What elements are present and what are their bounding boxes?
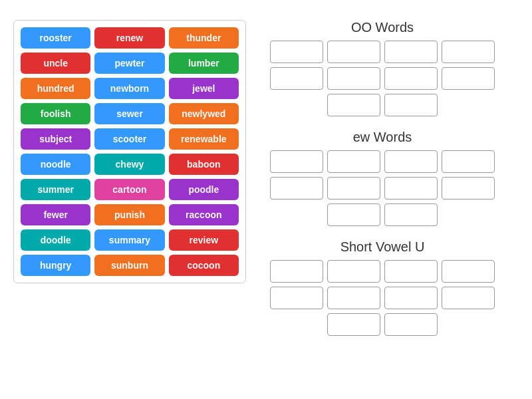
drop-box[interactable] <box>270 150 323 173</box>
drop-box[interactable] <box>327 287 380 309</box>
short-vowel-u-row3 <box>327 313 438 336</box>
drop-box[interactable] <box>384 260 438 283</box>
drop-box[interactable] <box>442 287 495 309</box>
drop-box[interactable] <box>270 260 323 283</box>
word-tile-cocoon[interactable]: cocoon <box>169 255 239 276</box>
ew-words-row2 <box>270 177 495 200</box>
word-tile-summary[interactable]: summary <box>94 229 164 251</box>
drop-box[interactable] <box>442 260 495 283</box>
ew-words-row3 <box>327 203 438 226</box>
drop-box[interactable] <box>384 287 438 309</box>
drop-box[interactable] <box>327 67 380 90</box>
drop-box[interactable] <box>270 287 323 309</box>
word-tile-scooter[interactable]: scooter <box>94 128 164 150</box>
drop-box[interactable] <box>384 313 438 336</box>
word-tile-review[interactable]: review <box>169 229 239 251</box>
oo-words-row2 <box>270 67 495 90</box>
word-tile-renew[interactable]: renew <box>94 27 164 49</box>
short-vowel-u-section: Short Vowel U <box>259 239 505 336</box>
word-tile-pewter[interactable]: pewter <box>94 53 164 74</box>
short-vowel-u-title: Short Vowel U <box>340 239 425 255</box>
word-tile-punish[interactable]: punish <box>94 204 164 225</box>
drop-box[interactable] <box>384 41 438 63</box>
drop-box[interactable] <box>327 177 380 200</box>
oo-words-section: OO Words <box>259 20 505 116</box>
word-tile-baboon[interactable]: baboon <box>169 154 239 175</box>
word-tile-fewer[interactable]: fewer <box>21 204 90 225</box>
drop-box[interactable] <box>327 313 380 336</box>
drop-box[interactable] <box>384 150 438 173</box>
word-tile-uncle[interactable]: uncle <box>21 53 90 74</box>
word-bank: roosterrenewthunderunclepewterlumberhund… <box>13 20 246 283</box>
drop-box[interactable] <box>270 177 323 200</box>
word-tile-newlywed[interactable]: newlywed <box>169 103 239 124</box>
word-tile-thunder[interactable]: thunder <box>169 27 239 49</box>
oo-words-row3 <box>327 94 438 116</box>
word-tile-doodle[interactable]: doodle <box>21 229 90 251</box>
word-tile-sunburn[interactable]: sunburn <box>94 255 164 276</box>
drop-box[interactable] <box>384 94 438 116</box>
oo-words-title: OO Words <box>351 20 414 35</box>
drop-box[interactable] <box>442 41 495 63</box>
short-vowel-u-row1 <box>270 260 495 283</box>
ew-words-title: ew Words <box>353 130 412 145</box>
word-tile-raccoon[interactable]: raccoon <box>169 204 239 225</box>
ew-words-row1 <box>270 150 495 173</box>
short-vowel-u-row2 <box>270 287 495 309</box>
word-tile-hungry[interactable]: hungry <box>21 255 90 276</box>
word-tile-noodle[interactable]: noodle <box>21 154 90 175</box>
word-tile-rooster[interactable]: rooster <box>21 27 90 49</box>
drop-box[interactable] <box>327 41 380 63</box>
drop-box[interactable] <box>442 150 495 173</box>
word-tile-cartoon[interactable]: cartoon <box>94 179 164 200</box>
word-grid: roosterrenewthunderunclepewterlumberhund… <box>21 27 239 276</box>
drop-box[interactable] <box>270 67 323 90</box>
word-tile-foolish[interactable]: foolish <box>21 103 90 124</box>
drop-box[interactable] <box>384 177 438 200</box>
word-tile-summer[interactable]: summer <box>21 179 90 200</box>
word-tile-sewer[interactable]: sewer <box>94 103 164 124</box>
word-tile-poodle[interactable]: poodle <box>169 179 239 200</box>
oo-words-row1 <box>270 41 495 63</box>
right-panel: OO Words ew Words <box>246 13 519 342</box>
word-tile-hundred[interactable]: hundred <box>21 78 90 99</box>
drop-box[interactable] <box>327 260 380 283</box>
word-tile-lumber[interactable]: lumber <box>169 53 239 74</box>
word-tile-chewy[interactable]: chewy <box>94 154 164 175</box>
word-tile-jewel[interactable]: jewel <box>169 78 239 99</box>
drop-box[interactable] <box>327 94 380 116</box>
drop-box[interactable] <box>384 67 438 90</box>
drop-box[interactable] <box>327 203 380 226</box>
drop-box[interactable] <box>442 177 495 200</box>
drop-box[interactable] <box>270 41 323 63</box>
ew-words-section: ew Words <box>259 130 505 226</box>
drop-box[interactable] <box>384 203 438 226</box>
word-tile-newborn[interactable]: newborn <box>94 78 164 99</box>
word-tile-renewable[interactable]: renewable <box>169 128 239 150</box>
drop-box[interactable] <box>327 150 380 173</box>
word-tile-subject[interactable]: subject <box>21 128 90 150</box>
drop-box[interactable] <box>442 67 495 90</box>
